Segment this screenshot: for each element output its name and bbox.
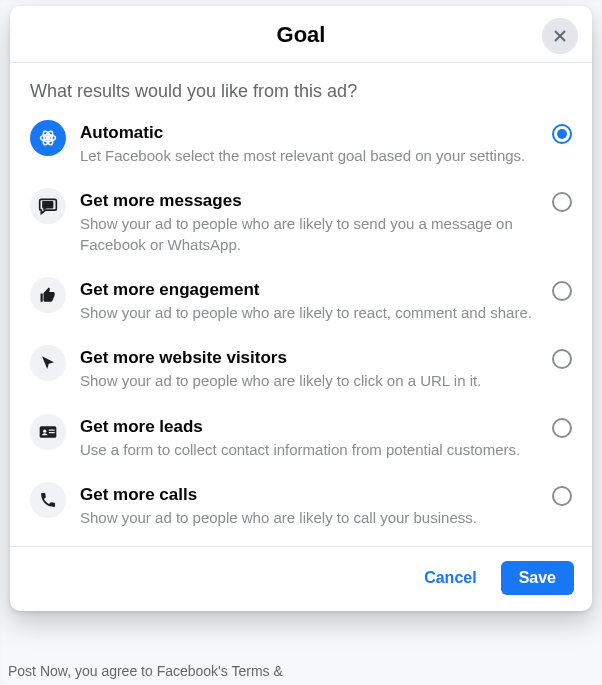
radio-messages[interactable] <box>552 192 572 212</box>
close-button[interactable] <box>542 18 578 54</box>
option-title: Get more engagement <box>80 279 538 301</box>
goal-prompt: What results would you like from this ad… <box>30 81 572 102</box>
option-engagement[interactable]: Get more engagement Show your ad to peop… <box>30 277 572 345</box>
cursor-icon <box>30 345 66 381</box>
svg-point-7 <box>43 429 46 432</box>
option-desc: Show your ad to people who are likely to… <box>80 214 538 255</box>
modal-title: Goal <box>10 22 592 48</box>
option-automatic[interactable]: Automatic Let Facebook select the most r… <box>30 120 572 188</box>
thumbs-up-icon <box>30 277 66 313</box>
radio-website[interactable] <box>552 349 572 369</box>
option-text: Get more calls Show your ad to people wh… <box>80 482 538 528</box>
modal-footer: Cancel Save <box>10 546 592 611</box>
atom-icon <box>30 120 66 156</box>
option-desc: Show your ad to people who are likely to… <box>80 371 538 391</box>
modal-header: Goal <box>10 6 592 63</box>
option-text: Get more engagement Show your ad to peop… <box>80 277 538 323</box>
svg-rect-9 <box>49 432 55 433</box>
option-desc: Show your ad to people who are likely to… <box>80 508 538 528</box>
cancel-button[interactable]: Cancel <box>406 561 494 595</box>
option-title: Get more leads <box>80 416 538 438</box>
close-icon <box>551 27 569 45</box>
radio-automatic[interactable] <box>552 124 572 144</box>
svg-rect-8 <box>49 429 55 430</box>
option-messages[interactable]: Get more messages Show your ad to people… <box>30 188 572 277</box>
phone-icon <box>30 482 66 518</box>
option-title: Get more website visitors <box>80 347 538 369</box>
chat-icon <box>30 188 66 224</box>
option-calls[interactable]: Get more calls Show your ad to people wh… <box>30 482 572 536</box>
option-title: Automatic <box>80 122 538 144</box>
modal-body: What results would you like from this ad… <box>10 63 592 546</box>
option-text: Get more messages Show your ad to people… <box>80 188 538 255</box>
option-title: Get more messages <box>80 190 538 212</box>
radio-leads[interactable] <box>552 418 572 438</box>
option-title: Get more calls <box>80 484 538 506</box>
svg-point-2 <box>46 136 49 139</box>
id-card-icon <box>30 414 66 450</box>
option-text: Get more leads Use a form to collect con… <box>80 414 538 460</box>
save-button[interactable]: Save <box>501 561 574 595</box>
radio-engagement[interactable] <box>552 281 572 301</box>
goal-modal: Goal What results would you like from th… <box>10 6 592 611</box>
option-website[interactable]: Get more website visitors Show your ad t… <box>30 345 572 413</box>
option-text: Automatic Let Facebook select the most r… <box>80 120 538 166</box>
option-leads[interactable]: Get more leads Use a form to collect con… <box>30 414 572 482</box>
option-desc: Let Facebook select the most relevant go… <box>80 146 538 166</box>
radio-calls[interactable] <box>552 486 572 506</box>
option-desc: Use a form to collect contact informatio… <box>80 440 538 460</box>
option-desc: Show your ad to people who are likely to… <box>80 303 538 323</box>
backdrop-text: Post Now, you agree to Facebook's Terms … <box>8 663 283 679</box>
option-text: Get more website visitors Show your ad t… <box>80 345 538 391</box>
